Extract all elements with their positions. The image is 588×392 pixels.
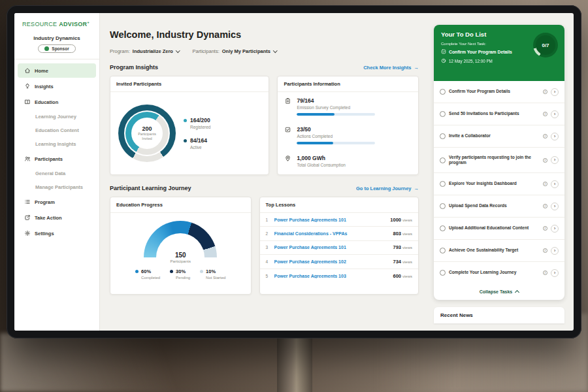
main-content: Welcome, Industry Dynamics Program: Indu… bbox=[100, 13, 429, 331]
stat-global-consumption: 1,000 GWh Total Global Consumption bbox=[278, 150, 418, 176]
task-item[interactable]: Invite a Collaborator i › bbox=[434, 125, 564, 148]
invited-participants-card: Invited Participants 200 Participants In… bbox=[110, 76, 269, 175]
info-icon[interactable]: i bbox=[543, 158, 547, 163]
chevron-right-button[interactable]: › bbox=[551, 269, 559, 277]
lesson-row: 2 Financial Considerations - VPPAs 803vi… bbox=[260, 227, 418, 240]
info-icon[interactable]: i bbox=[543, 134, 547, 139]
task-checkbox[interactable] bbox=[440, 111, 446, 117]
sidebar-item-home[interactable]: Home bbox=[18, 63, 96, 78]
task-checkbox[interactable] bbox=[440, 157, 446, 163]
info-icon[interactable]: i bbox=[543, 204, 547, 208]
card-title: Top Lessons bbox=[260, 197, 418, 213]
lesson-link[interactable]: Power Purchase Agreements 103 bbox=[274, 274, 389, 278]
task-item[interactable]: Achieve One Sustainability Target i › bbox=[434, 240, 564, 262]
sidebar-item-education[interactable]: Education bbox=[18, 95, 96, 109]
lesson-link[interactable]: Power Purchase Agreements 102 bbox=[274, 259, 389, 264]
task-item[interactable]: Send 50 Invitations to Participants i › bbox=[434, 103, 564, 125]
task-checkbox[interactable] bbox=[440, 225, 446, 231]
collapse-tasks-button[interactable]: Collapse Tasks bbox=[434, 284, 564, 300]
chevron-right-button[interactable]: › bbox=[551, 247, 559, 255]
info-icon[interactable]: i bbox=[543, 182, 547, 186]
donut-center-value: 200 bbox=[142, 125, 152, 132]
task-item[interactable]: Upload Additional Educational Content i … bbox=[434, 218, 564, 240]
info-icon[interactable]: i bbox=[543, 248, 547, 253]
people-icon bbox=[24, 155, 31, 162]
info-icon[interactable]: i bbox=[543, 270, 547, 275]
monitor-stand bbox=[277, 336, 312, 392]
top-lessons-card: Top Lessons 1 Power Purchase Agreements … bbox=[259, 197, 419, 295]
chevron-right-button[interactable]: › bbox=[551, 88, 559, 96]
sponsor-badge[interactable]: Sponsor bbox=[38, 44, 75, 53]
lesson-views: 803 bbox=[393, 231, 401, 237]
sidebar-item-insights[interactable]: Insights bbox=[18, 79, 96, 93]
sidebar-item-education-content[interactable]: Education Content bbox=[18, 124, 96, 137]
task-label: Achieve One Sustainability Target bbox=[449, 248, 540, 253]
sidebar-item-participants[interactable]: Participants bbox=[18, 152, 96, 166]
task-checkbox[interactable] bbox=[440, 248, 446, 253]
info-icon[interactable]: i bbox=[543, 90, 547, 94]
task-checkbox[interactable] bbox=[440, 181, 446, 187]
monitor-bezel: RESOURCE ADVISOR+ Industry Dynamics Spon… bbox=[7, 5, 581, 338]
participants-filter-value: Only My Participants bbox=[222, 48, 270, 54]
task-checkbox[interactable] bbox=[440, 270, 446, 276]
sidebar-divider bbox=[14, 59, 99, 59]
next-task-label: Confirm Your Program Details bbox=[449, 50, 512, 54]
participants-filter[interactable]: Participants: Only My Participants bbox=[192, 48, 276, 54]
home-icon bbox=[24, 67, 31, 74]
gauge-legend: 60% Completed 30% Pending 10% Not Starte… bbox=[110, 269, 251, 280]
lesson-views: 793 bbox=[393, 244, 401, 250]
stat-value: 79/164 bbox=[297, 97, 375, 104]
task-item[interactable]: Complete Your Learning Journey i › bbox=[434, 262, 564, 284]
stat-label: Emission Survey Completed bbox=[297, 105, 375, 110]
sidebar-item-manage-participants[interactable]: Manage Participants bbox=[18, 181, 96, 193]
gear-icon bbox=[24, 230, 31, 237]
go-to-learning-journey-link[interactable]: Go to Learning Journey → bbox=[356, 186, 419, 191]
chevron-right-button[interactable]: › bbox=[551, 133, 559, 140]
logo-word-resource: RESOURCE bbox=[22, 21, 57, 27]
program-filter[interactable]: Program: Industrialize Zero bbox=[110, 48, 179, 54]
views-suffix: views bbox=[402, 246, 412, 250]
info-icon[interactable]: i bbox=[543, 226, 547, 231]
legend-label: Registered bbox=[190, 125, 210, 129]
chevron-right-button[interactable]: › bbox=[551, 156, 559, 164]
task-item[interactable]: Explore Your Insights Dashboard i › bbox=[434, 173, 564, 195]
task-checkbox[interactable] bbox=[440, 133, 446, 139]
legend-active: 84/164 Active bbox=[184, 137, 210, 150]
lesson-link[interactable]: Power Purchase Agreements 101 bbox=[274, 245, 389, 250]
lesson-views: 600 bbox=[393, 273, 401, 279]
check-more-insights-link[interactable]: Check More Insights → bbox=[363, 65, 419, 71]
todo-progress-ring: 0/7 bbox=[533, 33, 558, 57]
task-checkbox[interactable] bbox=[440, 203, 446, 209]
sidebar-item-learning-journey[interactable]: Learning Journey bbox=[18, 110, 96, 123]
logo-plus: + bbox=[87, 20, 90, 24]
task-item[interactable]: Upload Spend Data Records i › bbox=[434, 195, 564, 218]
app-logo: RESOURCE ADVISOR+ bbox=[14, 20, 99, 27]
clock-icon bbox=[441, 58, 446, 64]
chevron-right-button[interactable]: › bbox=[551, 110, 559, 118]
sidebar-item-label: Education Content bbox=[35, 127, 79, 133]
sponsor-icon bbox=[44, 46, 49, 51]
legend-dot bbox=[184, 139, 187, 142]
lesson-link[interactable]: Financial Considerations - VPPAs bbox=[274, 231, 389, 236]
legend-dot bbox=[170, 270, 173, 273]
legend-value: 164/200 bbox=[190, 117, 210, 123]
chevron-right-button[interactable]: › bbox=[551, 225, 559, 233]
sidebar-item-program[interactable]: Program bbox=[18, 195, 96, 209]
sidebar-item-take-action[interactable]: Take Action bbox=[18, 210, 96, 225]
chevron-right-button[interactable]: › bbox=[551, 203, 559, 210]
logo-word-advisor: ADVISOR bbox=[59, 21, 87, 27]
sidebar-item-learning-insights[interactable]: Learning Insights bbox=[18, 138, 96, 150]
task-item[interactable]: Confirm Your Program Details i › bbox=[434, 81, 564, 103]
chevron-right-button[interactable]: › bbox=[551, 180, 559, 188]
task-label: Send 50 Invitations to Participants bbox=[449, 111, 540, 117]
sidebar-item-label: Learning Journey bbox=[35, 114, 76, 120]
info-icon[interactable]: i bbox=[543, 112, 547, 116]
learning-journey-header: Participant Learning Journey Go to Learn… bbox=[110, 185, 419, 191]
sidebar-item-label: Education bbox=[35, 99, 58, 105]
lesson-link[interactable]: Power Purchase Agreements 101 bbox=[274, 218, 386, 222]
sidebar-item-general-data[interactable]: General Data bbox=[18, 167, 96, 180]
sidebar-item-settings[interactable]: Settings bbox=[18, 226, 96, 240]
org-name: Industry Dynamics bbox=[14, 35, 99, 41]
task-checkbox[interactable] bbox=[440, 89, 446, 95]
task-item[interactable]: Verify participants requesting to join t… bbox=[434, 148, 564, 173]
